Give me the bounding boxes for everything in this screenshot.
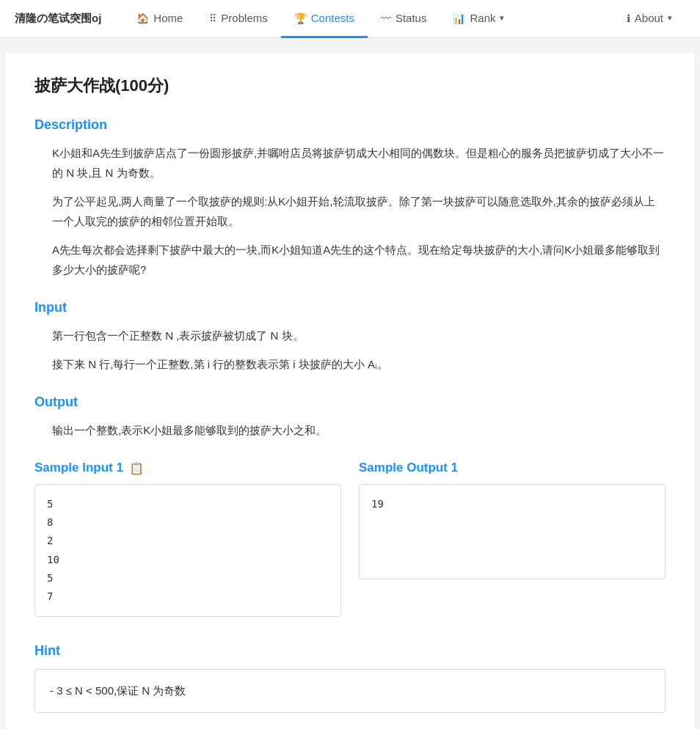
about-chevron-icon: ▾ bbox=[668, 13, 672, 23]
sample-grid: Sample Input 1 📋 5 8 2 10 5 7 Sample Out… bbox=[34, 461, 666, 617]
output-section-title: Output bbox=[34, 395, 666, 410]
output-content: 输出一个整数,表示K小姐最多能够取到的披萨大小之和。 bbox=[34, 420, 666, 440]
sample-output-section: Sample Output 1 19 bbox=[359, 461, 666, 617]
description-p3: A先生每次都会选择剩下披萨中最大的一块,而K小姐知道A先生的这个特点。现在给定每… bbox=[52, 240, 666, 279]
sample-input-box: 5 8 2 10 5 7 bbox=[34, 484, 341, 617]
nav-item-contests[interactable]: 🏆 Contests bbox=[281, 1, 368, 38]
nav-item-problems[interactable]: ⠿ Problems bbox=[196, 1, 280, 38]
nav-item-rank[interactable]: 📊 Rank ▾ bbox=[440, 1, 517, 38]
description-content: K小姐和A先生到披萨店点了一份圆形披萨,并嘱咐店员将披萨切成大小相同的偶数块。但… bbox=[34, 143, 666, 279]
sample-input-line-3: 2 bbox=[47, 532, 329, 550]
nav-item-home[interactable]: 🏠 Home bbox=[123, 1, 196, 38]
navbar: 清隆の笔试突围oj 🏠 Home ⠿ Problems 🏆 Contests 〰… bbox=[0, 0, 700, 38]
sample-input-line-4: 10 bbox=[47, 551, 329, 569]
sample-output-value: 19 bbox=[371, 495, 653, 513]
description-p1: K小姐和A先生到披萨店点了一份圆形披萨,并嘱咐店员将披萨切成大小相同的偶数块。但… bbox=[52, 143, 666, 183]
description-section-title: Description bbox=[34, 117, 666, 133]
output-p1: 输出一个整数,表示K小姐最多能够取到的披萨大小之和。 bbox=[52, 420, 666, 440]
hint-section-title: Hint bbox=[34, 643, 666, 659]
bar-chart-icon: 📊 bbox=[453, 12, 465, 24]
sample-output-box: 19 bbox=[359, 484, 666, 579]
nav-label-about: About bbox=[635, 12, 663, 24]
main-container: 披萨大作战(100分) Description K小姐和A先生到披萨店点了一份圆… bbox=[5, 53, 695, 729]
nav-item-status[interactable]: 〰 Status bbox=[368, 1, 440, 38]
nav-item-about[interactable]: ℹ About ▾ bbox=[613, 1, 685, 38]
copy-icon[interactable]: 📋 bbox=[129, 461, 144, 475]
hint-box: - 3 ≤ N < 500,保证 N 为奇数 bbox=[34, 669, 666, 713]
sample-input-title: Sample Input 1 📋 bbox=[34, 461, 341, 475]
sample-input-line-6: 7 bbox=[47, 587, 329, 606]
nav-label-home: Home bbox=[153, 12, 183, 24]
wave-icon: 〰 bbox=[381, 12, 391, 24]
hint-text: - 3 ≤ N < 500,保证 N 为奇数 bbox=[50, 684, 186, 697]
description-p2: 为了公平起见,两人商量了一个取披萨的规则:从K小姐开始,轮流取披萨。除了第一块披… bbox=[52, 191, 666, 231]
home-icon: 🏠 bbox=[136, 12, 149, 24]
nav-label-problems: Problems bbox=[221, 12, 267, 24]
nav-label-rank: Rank bbox=[470, 12, 495, 24]
sample-output-title: Sample Output 1 bbox=[359, 461, 666, 475]
input-content: 第一行包含一个正整数 N ,表示披萨被切成了 N 块。 接下来 N 行,每行一个… bbox=[34, 326, 666, 374]
trophy-icon: 🏆 bbox=[294, 12, 307, 24]
info-icon: ℹ bbox=[627, 12, 630, 24]
grid-icon: ⠿ bbox=[209, 12, 216, 24]
brand: 清隆の笔试突围oj bbox=[15, 12, 101, 26]
rank-chevron-icon: ▾ bbox=[500, 13, 504, 23]
problem-title: 披萨大作战(100分) bbox=[34, 75, 666, 97]
sample-input-line-5: 5 bbox=[47, 569, 329, 587]
input-p1: 第一行包含一个正整数 N ,表示披萨被切成了 N 块。 bbox=[52, 326, 666, 345]
nav-label-status: Status bbox=[395, 12, 427, 24]
sample-input-section: Sample Input 1 📋 5 8 2 10 5 7 bbox=[34, 461, 341, 617]
input-p2: 接下来 N 行,每行一个正整数,第 i 行的整数表示第 i 块披萨的大小 Aᵢ。 bbox=[52, 354, 666, 374]
sample-input-line-1: 5 bbox=[47, 495, 329, 513]
nav-label-contests: Contests bbox=[311, 12, 354, 24]
input-section-title: Input bbox=[34, 300, 666, 315]
sample-input-line-2: 8 bbox=[47, 513, 329, 532]
nav-links: 🏠 Home ⠿ Problems 🏆 Contests 〰 Status 📊 … bbox=[123, 0, 685, 37]
